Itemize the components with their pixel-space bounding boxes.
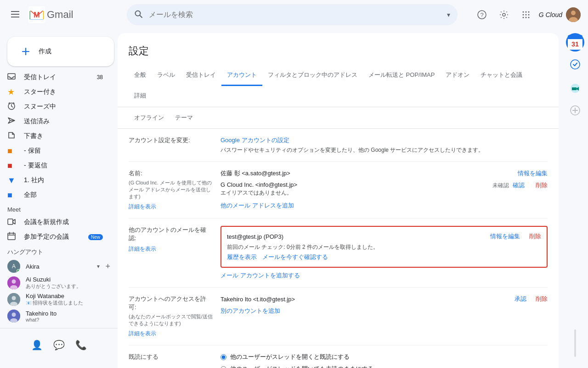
google-account-link[interactable]: Google アカウントの設定 <box>220 137 289 144</box>
add-delegate-link[interactable]: 別のアカウントを追加 <box>220 307 280 314</box>
phone-icon[interactable]: 📞 <box>72 336 90 354</box>
takehiro-ito-name: Takehiro Ito <box>26 310 57 317</box>
add-address-link[interactable]: 他のメール アドレスを追加 <box>220 202 294 209</box>
hangout-item-ai-suzuki[interactable]: Ai Suzuki ありがとうございます。 <box>0 275 118 291</box>
delegate-approve-link[interactable]: 承認 <box>514 295 526 302</box>
sidebar-item-inbox[interactable]: 受信トレイ 38 <box>0 70 110 85</box>
social-icon: ▼ <box>7 176 17 185</box>
name-label-sub: (G Cloud Inc. メール を使用して他のメール アドレスからメールを送… <box>129 179 213 200</box>
header-left: M Gmail <box>7 6 118 23</box>
sidebar-item-social[interactable]: ▼ 1. 社内 <box>0 173 110 188</box>
add-sidebar-button[interactable] <box>566 101 584 120</box>
alias-name: G Cloud Inc. <info@gtest.jp> <box>220 181 492 188</box>
access-detail-link[interactable]: 詳細を表示 <box>129 330 156 337</box>
clock-icon <box>7 102 17 112</box>
pop3-header: test@gtest.jp (POP3) 情報を編集 削除 <box>227 232 541 241</box>
sidebar-item-drafts[interactable]: 下書き <box>0 129 110 144</box>
tab-labels[interactable]: ラベル <box>152 65 181 86</box>
tab-filters[interactable]: フィルタとブロック中のアドレス <box>262 65 363 86</box>
pop3-box: test@gtest.jp (POP3) 情報を編集 削除 前回のメール チェッ… <box>220 226 548 268</box>
main-content: 設定 全般 ラベル 受信トレイ アカウント フィルタとブロック中のアドレス メー… <box>118 33 559 368</box>
sidebar-item-snoozed[interactable]: スヌーズ中 <box>0 99 110 114</box>
svg-point-14 <box>528 14 529 16</box>
tab-chat[interactable]: チャットと会議 <box>475 65 528 86</box>
svg-point-9 <box>522 12 524 13</box>
calendar-widget[interactable]: 31 <box>566 33 584 52</box>
search-dropdown-icon[interactable]: ▾ <box>447 11 450 18</box>
sidebar-item-new-meeting[interactable]: 会議を新規作成 <box>0 215 110 230</box>
takehiro-avatar <box>7 310 20 322</box>
app-body: 作成 受信トレイ 38 ★ スター付き <box>0 29 588 368</box>
tab-advanced[interactable]: 詳細 <box>129 86 152 107</box>
sidebar-item-all[interactable]: ■ 全部 <box>0 188 110 202</box>
account-area[interactable]: G Cloud <box>539 7 581 22</box>
online-indicator <box>17 269 20 273</box>
apps-button[interactable] <box>517 6 535 24</box>
alias-confirm-link[interactable]: 確認 <box>513 181 525 190</box>
alias-actions: 未確認 確認 削除 <box>492 181 548 190</box>
pop3-actions: 情報を編集 削除 <box>490 232 541 241</box>
primary-name-actions: 情報を編集 <box>518 169 548 178</box>
koji-watanabe-sub: 📧 招待状を送信しました <box>26 299 83 306</box>
inbox-label: 受信トレイ <box>24 73 90 81</box>
sidebar-item-scheduled[interactable]: 参加予定の会議 New <box>0 230 110 244</box>
settings-tabs: 全般 ラベル 受信トレイ アカウント フィルタとブロック中のアドレス メール転送… <box>118 65 559 107</box>
tab-forwarding[interactable]: メール転送と POP/IMAP <box>363 65 440 86</box>
read-as-options: 他のユーザーがスレッドを開くと既読にする 他のユーザーがスレッドを開いても未読の… <box>220 353 548 368</box>
tab-addons[interactable]: アドオン <box>440 65 475 86</box>
menu-icon[interactable] <box>7 6 23 23</box>
scroll-indicator[interactable] <box>574 329 576 357</box>
name-detail-link[interactable]: 詳細を表示 <box>129 203 156 210</box>
search-icon <box>134 10 143 20</box>
contacts-icon[interactable]: 👤 <box>28 336 46 354</box>
pop3-history-link[interactable]: 履歴を表示 <box>227 253 257 261</box>
hangout-item-takehiro-ito[interactable]: Takehiro Ito what? <box>0 308 118 324</box>
tab-theme[interactable]: テーマ <box>170 111 198 125</box>
compose-label: 作成 <box>39 47 51 56</box>
hangout-item-akira[interactable]: A Akira ▾ + <box>0 258 118 275</box>
help-button[interactable]: ? <box>473 6 491 24</box>
tasks-button[interactable] <box>566 55 584 74</box>
svg-rect-37 <box>568 37 582 39</box>
alias-delete-link[interactable]: 削除 <box>536 181 548 190</box>
koji-avatar <box>7 293 20 306</box>
sidebar-item-reserved[interactable]: ■ - 保留 <box>0 144 110 158</box>
read-as-radio2[interactable] <box>220 366 226 368</box>
read-as-option1[interactable]: 他のユーザーがスレッドを開くと既読にする <box>220 353 548 361</box>
read-as-value-col: 他のユーザーがスレッドを開くと既読にする 他のユーザーがスレッドを開いても未読の… <box>220 353 548 368</box>
add-mail-account-link[interactable]: メール アカウントを追加する <box>220 272 300 279</box>
alias-desc: エイリアスではありません。 <box>220 189 492 197</box>
account-settings-row: アカウント設定を変更: Google アカウントの設定 パスワードやセキュリティ… <box>129 129 548 162</box>
drafts-label: 下書き <box>24 132 103 140</box>
sidebar-item-sent[interactable]: 送信済み <box>0 114 110 129</box>
pop3-delete-link[interactable]: 削除 <box>529 233 541 240</box>
read-as-option2[interactable]: 他のユーザーがスレッドを開いても未読のままにする <box>220 365 548 368</box>
tab-offline[interactable]: オフライン <box>129 111 170 125</box>
sidebar-item-need-reply[interactable]: ■ - 要返信 <box>0 158 110 173</box>
compose-button[interactable]: 作成 <box>7 37 114 66</box>
search-bar[interactable]: ▾ <box>127 4 458 25</box>
meet-sidebar-button[interactable] <box>566 79 584 98</box>
check-mail-detail-link[interactable]: 詳細を表示 <box>129 246 156 252</box>
avatar[interactable] <box>566 7 581 22</box>
alias-row: G Cloud Inc. <info@gtest.jp> エイリアスではありませ… <box>220 181 548 197</box>
primary-edit-link[interactable]: 情報を編集 <box>518 169 548 178</box>
sent-label: 送信済み <box>24 117 103 126</box>
pop3-edit-link[interactable]: 情報を編集 <box>490 233 520 240</box>
add-hangout-icon[interactable]: + <box>105 262 110 271</box>
read-as-row: 既読にする 他のユーザーがスレッドを開くと既読にする 他のユーザーがスレッドを開… <box>129 345 548 368</box>
sidebar-item-starred[interactable]: ★ スター付き <box>0 85 110 99</box>
delegate-delete-link[interactable]: 削除 <box>536 295 548 302</box>
tab-accounts[interactable]: アカウント <box>221 65 262 86</box>
reserved-label: - 保留 <box>24 147 103 155</box>
chat-icon[interactable]: 💬 <box>50 336 68 354</box>
search-input[interactable] <box>149 11 443 19</box>
pop3-check-now-link[interactable]: メールを今すぐ確認する <box>262 253 328 261</box>
gmail-logo: M Gmail <box>28 6 73 23</box>
settings-button[interactable] <box>495 6 513 24</box>
read-as-radio1[interactable] <box>220 354 226 360</box>
tab-general[interactable]: 全般 <box>129 65 152 86</box>
tab-inbox[interactable]: 受信トレイ <box>181 65 221 86</box>
hangout-item-koji-watanabe[interactable]: Koji Watanabe 📧 招待状を送信しました <box>0 291 118 308</box>
gmail-logo-text: Gmail <box>47 9 73 21</box>
